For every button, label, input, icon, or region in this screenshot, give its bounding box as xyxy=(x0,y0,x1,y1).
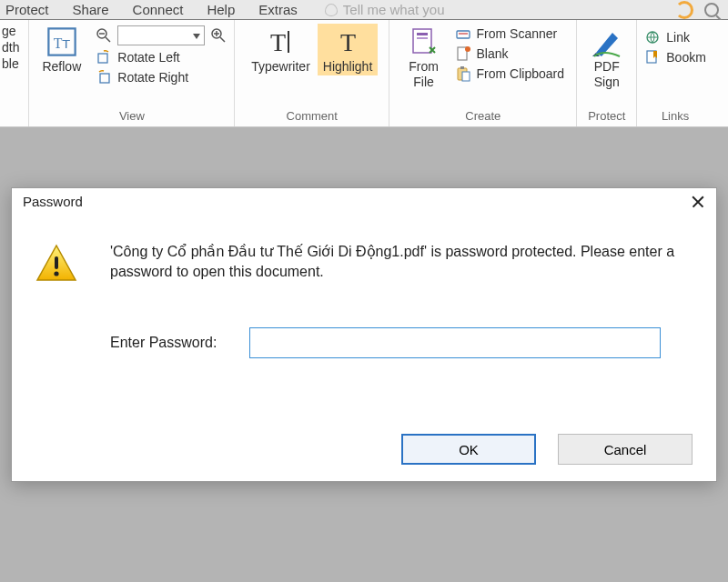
tell-me-search[interactable]: Tell me what you xyxy=(325,2,445,17)
bulb-icon xyxy=(325,4,338,16)
link-icon xyxy=(644,29,661,45)
zoom-combo[interactable] xyxy=(117,25,205,45)
svg-rect-9 xyxy=(98,54,107,63)
rotate-left-icon xyxy=(96,49,112,65)
group-label-protect: Protect xyxy=(588,109,625,125)
group-label-comment: Comment xyxy=(287,109,338,125)
zoom-out-icon[interactable] xyxy=(96,27,112,44)
svg-rect-18 xyxy=(457,31,470,38)
dialog-title: Password xyxy=(23,194,83,209)
zoom-in-icon[interactable] xyxy=(210,27,227,44)
rotate-right-button[interactable]: Rotate Right xyxy=(96,69,227,85)
from-scanner-button[interactable]: From Scanner xyxy=(455,25,564,42)
blank-icon xyxy=(455,45,471,62)
svg-rect-24 xyxy=(462,72,470,81)
svg-rect-16 xyxy=(417,33,428,35)
bookmark-icon xyxy=(644,49,661,65)
from-file-button[interactable]: From File xyxy=(402,24,446,90)
typewriter-button[interactable]: T Typewriter xyxy=(246,24,316,75)
svg-line-6 xyxy=(220,37,225,42)
reflow-button[interactable]: Tᴛ Reflow xyxy=(36,24,86,75)
group-label-view: View xyxy=(119,109,145,125)
warning-icon xyxy=(35,244,77,282)
svg-text:T: T xyxy=(340,28,356,56)
group-label-links: Links xyxy=(662,109,689,125)
highlight-button[interactable]: T Highlight xyxy=(318,24,378,75)
svg-rect-15 xyxy=(413,29,431,53)
menubar: Protect Share Connect Help Extras Tell m… xyxy=(0,0,728,20)
svg-rect-10 xyxy=(100,74,109,83)
loading-icon[interactable] xyxy=(675,1,693,19)
from-clipboard-button[interactable]: From Clipboard xyxy=(455,65,564,82)
ok-button[interactable]: OK xyxy=(401,434,536,465)
password-label: Enter Password: xyxy=(110,335,217,351)
svg-point-21 xyxy=(465,46,470,52)
typewriter-icon: T xyxy=(265,25,298,58)
svg-line-3 xyxy=(106,37,110,42)
pdf-sign-icon xyxy=(591,25,623,58)
reflow-icon: Tᴛ xyxy=(46,25,78,58)
svg-rect-17 xyxy=(417,37,428,39)
menu-share[interactable]: Share xyxy=(73,2,109,17)
blank-button[interactable]: Blank xyxy=(455,45,564,62)
menu-connect[interactable]: Connect xyxy=(133,2,184,17)
link-button[interactable]: Link xyxy=(644,29,706,45)
cancel-button[interactable]: Cancel xyxy=(558,434,693,465)
highlight-icon: T xyxy=(331,25,364,58)
ribbon: ge dth ble Tᴛ Reflow xyxy=(0,20,728,127)
svg-text:Tᴛ: Tᴛ xyxy=(54,35,71,51)
menu-protect[interactable]: Protect xyxy=(5,2,49,17)
rotate-right-icon xyxy=(96,69,112,85)
svg-point-28 xyxy=(54,271,58,276)
pdf-sign-button[interactable]: PDF Sign xyxy=(585,24,629,90)
svg-rect-23 xyxy=(460,66,464,69)
menu-help[interactable]: Help xyxy=(207,2,235,17)
svg-text:T: T xyxy=(270,28,286,56)
menu-extras[interactable]: Extras xyxy=(258,2,298,17)
password-input[interactable] xyxy=(249,327,661,358)
rotate-left-button[interactable]: Rotate Left xyxy=(96,49,227,65)
dialog-message: 'Công ty Cổ phần Đầu tư Thế Giới Di Động… xyxy=(110,242,693,281)
password-dialog: Password 'Công ty Cổ phần Đầu tư Thế Giớ… xyxy=(11,187,717,482)
group-label-create: Create xyxy=(465,109,500,125)
scanner-icon xyxy=(455,25,471,42)
bookmark-button[interactable]: Bookm xyxy=(644,49,706,65)
clipboard-icon xyxy=(455,65,471,82)
search-icon[interactable] xyxy=(704,3,719,17)
tell-me-label: Tell me what you xyxy=(343,2,445,17)
from-file-icon xyxy=(408,25,440,58)
close-icon[interactable] xyxy=(691,195,705,209)
fit-page-partial[interactable]: ge dth ble xyxy=(2,24,23,71)
svg-rect-27 xyxy=(55,256,58,269)
